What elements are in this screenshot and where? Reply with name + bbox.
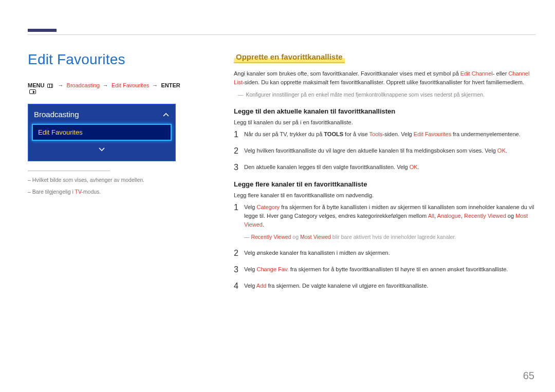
- step-number: 2: [234, 249, 244, 258]
- sub2-lead: Legg flere kanaler til en favorittkanall…: [234, 191, 536, 200]
- intro-hl1: Edit Channel: [460, 70, 493, 77]
- section-title: Opprette en favorittkanalliste: [234, 51, 345, 63]
- right-column: Opprette en favorittkanalliste Angi kana…: [234, 51, 536, 298]
- step-body: Velg Category fra skjermen for å bytte k…: [244, 203, 536, 241]
- broadcasting-panel: Broadcasting Edit Favourites: [28, 104, 176, 161]
- step-body: Velg hvilken favorittkanalliste du vil l…: [244, 146, 507, 156]
- header-accent-bar: [28, 29, 57, 32]
- step-body: Velg Change Fav. fra skjermen for å bytt…: [244, 265, 508, 274]
- chevron-down-icon[interactable]: [32, 145, 172, 154]
- intro-t3: -siden. Du kan opprette maksimalt fem fa…: [243, 79, 524, 85]
- header-rule: [28, 34, 535, 35]
- arrow-icon: →: [58, 82, 64, 88]
- step: 1Velg Category fra skjermen for å bytte …: [234, 203, 536, 241]
- step: 2Velg ønskede kanaler fra kanallisten i …: [234, 249, 536, 258]
- step-note: Recently Viewed og Most Viewed blir bare…: [244, 233, 536, 241]
- note-tvmode: Bare tilgjengelig i TV-modus.: [28, 188, 182, 196]
- intro-t1: Angi kanaler som brukes ofte, som favori…: [234, 70, 460, 77]
- note-tvmode-hl: TV: [75, 189, 81, 195]
- menu-path-broadcasting: Broadcasting: [67, 82, 100, 88]
- intro-t2: - eller: [493, 70, 509, 77]
- sub2-steps: 1Velg Category fra skjermen for å bytte …: [234, 203, 536, 291]
- notes-divider: [28, 171, 110, 171]
- arrow-icon: →: [152, 82, 158, 88]
- intro-paragraph: Angi kanaler som brukes ofte, som favori…: [234, 69, 536, 87]
- step-number: 3: [234, 265, 244, 274]
- step-number: 2: [234, 146, 244, 156]
- enter-icon: [29, 89, 36, 94]
- step: 1Når du ser på TV, trykker du på TOOLS f…: [234, 130, 536, 139]
- arrow-icon: →: [103, 82, 108, 88]
- page-title: Edit Favourites: [28, 51, 182, 68]
- step-number: 3: [234, 163, 244, 172]
- page-number: 65: [523, 370, 534, 382]
- broadcasting-title: Broadcasting: [34, 110, 79, 119]
- left-column: Edit Favourites MENU → Broadcasting → Ed…: [28, 51, 182, 199]
- broadcasting-item-editfav[interactable]: Edit Favourites: [32, 124, 172, 141]
- step-body: Velg Add fra skjermen. De valgte kanalen…: [244, 282, 428, 291]
- step: 4Velg Add fra skjermen. De valgte kanale…: [234, 282, 536, 291]
- menu-grid-icon: [47, 84, 53, 88]
- menu-path: MENU → Broadcasting → Edit Favourites → …: [28, 82, 182, 95]
- step-body: Når du ser på TV, trykker du på TOOLS fo…: [244, 130, 521, 139]
- step-number: 1: [234, 203, 244, 241]
- step-number: 4: [234, 282, 244, 291]
- menu-path-editfav: Edit Favourites: [112, 82, 149, 88]
- broadcasting-header: Broadcasting: [32, 108, 172, 123]
- note-tvmode-post: -modus.: [81, 189, 101, 195]
- chevron-up-icon[interactable]: [162, 112, 170, 117]
- sub1-steps: 1Når du ser på TV, trykker du på TOOLS f…: [234, 130, 536, 172]
- note-model: Hvilket bilde som vises, avhenger av mod…: [28, 176, 182, 184]
- intro-note: Konfigurer innstillinger på en enkel måt…: [238, 91, 536, 99]
- step: 3Den aktuelle kanalen legges til den val…: [234, 163, 536, 172]
- step: 2Velg hvilken favorittkanalliste du vil …: [234, 146, 536, 156]
- menu-path-menu: MENU: [28, 82, 44, 88]
- sub1-heading: Legge til den aktuelle kanalen til favor…: [234, 107, 536, 115]
- menu-path-enter: ENTER: [161, 82, 180, 88]
- note-tvmode-pre: Bare tilgjengelig i: [32, 189, 75, 195]
- sub2-heading: Legge flere kanaler til en favorittkanal…: [234, 180, 536, 188]
- step-body: Velg ønskede kanaler fra kanallisten i m…: [244, 249, 390, 258]
- step-body: Den aktuelle kanalen legges til den valg…: [244, 163, 419, 172]
- sub1-lead: Legg til kanalen du ser på i en favoritt…: [234, 118, 536, 127]
- step-number: 1: [234, 130, 244, 139]
- step: 3Velg Change Fav. fra skjermen for å byt…: [234, 265, 536, 274]
